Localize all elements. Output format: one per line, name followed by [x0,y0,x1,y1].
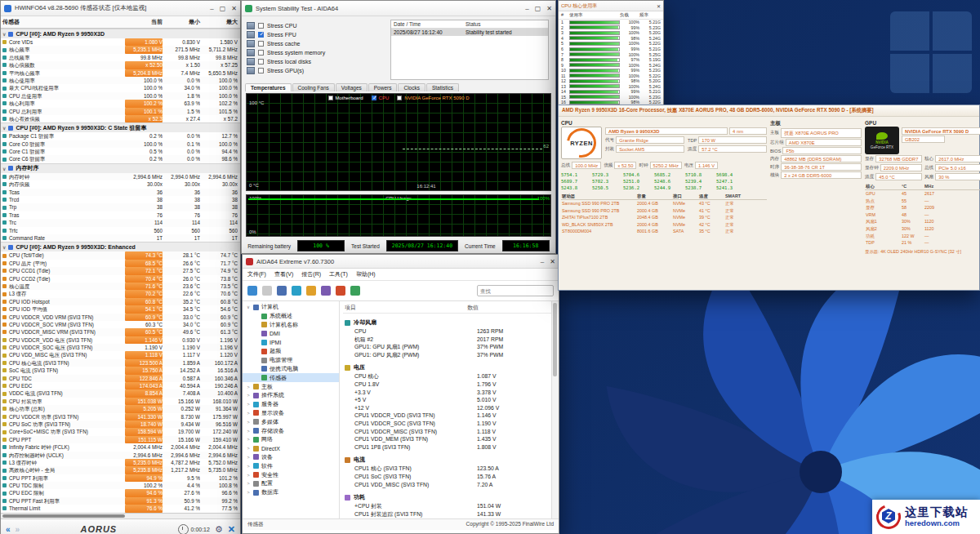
sensor-section-header[interactable]: ∨内存时序 [1,163,240,173]
sensor-section-header[interactable]: ∨CPU [#0]: AMD Ryzen 9 9950X3D: Enhanced [1,242,240,251]
sensor-row[interactable]: CPU CCD2 (Tdie)70.4 °C26.0 °C73.8 °C [1,275,240,283]
sensor-row[interactable]: L3 缓存时钟5,235.0 MHz4,787.2 MHz5,752.0 MHz [1,459,240,466]
legend-item[interactable]: CPU [372,96,390,100]
minimize-icon[interactable]: – [210,5,213,12]
sensor-section-header[interactable]: ∨CPU [#0]: AMD Ryzen 9 9950X3D [1,29,240,38]
checkbox-icon[interactable] [258,41,264,47]
sidebar-item-系统概述[interactable]: 系统概述 [243,312,339,321]
panel-row[interactable]: CPU1 VDD_MISC (SVI3 TFN)7.20 A [343,481,555,489]
back-arrows-icon[interactable]: « [6,525,11,534]
panel-row[interactable]: +12 V12.096 V [343,404,555,412]
sensor-row[interactable]: CPU PPT151.115 W15.166 W159.410 W [1,436,240,443]
panel-row[interactable]: CPU1 VDDCR_MISC (SVI3 TFN)1.118 V [343,428,555,436]
sensor-row[interactable]: 核心功率 (总和)5.205 W0.252 W91.364 W [1,405,240,412]
collapse-arrow-icon[interactable]: ∨ [2,166,6,171]
panel-row[interactable]: +5 V5.010 V [343,396,555,404]
tree-toggle-icon[interactable]: > [246,385,251,389]
panel-row[interactable]: GPU1: GPU 风扇2 (PWM)37% PWM [343,351,555,359]
menu-item[interactable]: 报告(R) [301,270,321,278]
sensor-row[interactable]: CPU IOD 平均值54.1 °C34.5 °C54.6 °C [1,305,240,313]
sensor-row[interactable]: Thermal Limit76.6 %41.2 %77.5 % [1,505,240,512]
panel-row[interactable]: CPU1263 RPM [343,327,555,336]
tree-toggle-icon[interactable]: > [246,393,251,398]
sensor-row[interactable]: CPU 封装功率151.038 W15.166 W168.010 W [1,398,240,405]
sidebar-item-显示设备[interactable]: >显示设备 [243,409,339,418]
sensor-row[interactable]: CPU VDDCR_SOC 电压 (SVI3 TFN)1.190 V1.190 … [1,344,240,351]
gear-icon[interactable]: ⚙ [215,524,223,534]
sensor-row[interactable]: 核心倍频数x 52.50x 1.50x 57.25 [1,61,240,69]
sensor-row[interactable]: Trc114114114 [1,219,240,226]
tree-toggle-icon[interactable]: > [246,437,251,442]
sensor-row[interactable]: 核心使用率100.0 %0.0 %100.0 % [1,77,240,84]
sensor-row[interactable]: Tras767676 [1,211,240,219]
forward-arrows-icon[interactable]: » [16,525,20,534]
chart-icon[interactable] [292,286,301,296]
sensor-row[interactable]: 核心温度71.6 °C23.6 °C73.5 °C [1,283,240,290]
update-icon[interactable] [350,286,360,296]
sensor-row[interactable]: Trfc560560560 [1,227,240,234]
refresh-icon[interactable] [247,286,257,296]
panel-row[interactable]: +CPU 封装151.04 W [343,502,555,510]
tab-powers[interactable]: Powers [368,83,398,91]
checkbox-icon[interactable] [258,68,264,73]
sidebar-item-计算机[interactable]: ∨计算机 [243,303,339,312]
sidebar-item-服务器[interactable]: >服务器 [243,400,339,409]
sensor-row[interactable]: CPU 晶片 (平均)68.5 °C26.6 °C71.7 °C [1,260,240,267]
sensor-row[interactable]: CPU VDDCR_VDD 电压 (SVI3 TFN)1.146 V0.930 … [1,336,240,344]
tree-toggle-icon[interactable]: ∨ [246,305,251,309]
legend-item[interactable]: Motherboard [328,96,363,100]
sensor-row[interactable]: Trcd383838 [1,196,240,203]
tree-toggle-icon[interactable]: > [246,481,251,486]
sensor-row[interactable]: CPU CCD1 (Tdie)72.1 °C27.5 °C74.9 °C [1,267,240,274]
collapse-arrow-icon[interactable]: ∨ [2,125,6,131]
sensor-row[interactable]: 核心有效倍频x 52.3x 27.4x 57.2 [1,115,240,122]
horizontal-scrollbar[interactable] [1,513,240,518]
sidebar-item-软件[interactable]: >软件 [243,461,339,470]
sensor-row[interactable]: 内存倍频30.00x30.00x30.00x [1,180,240,188]
sensor-row[interactable]: CPU 总利用率100.1 %1.5 %101.5 % [1,108,240,115]
sidebar-item-配置[interactable]: >配置 [243,479,339,488]
sensor-row[interactable]: 高效核心时钟 - 全局5,235.8 MHz1,217.2 MHz5,735.0… [1,466,240,474]
sensor-row[interactable]: Command Rate1T1T1T [1,234,240,242]
sensor-row[interactable]: CPU 总使用率100.0 %1.8 %100.0 % [1,92,240,100]
sensor-row[interactable]: 内存控制器时钟 (UCLK)2,994.6 MHz2,994.6 MHz2,99… [1,452,240,459]
tab-clocks[interactable]: Clocks [398,83,425,91]
sensor-row[interactable]: 核心利用率100.2 %63.9 %102.2 % [1,100,240,107]
menu-item[interactable]: 帮助(H) [356,270,376,278]
sensor-row[interactable]: 核心频率5,235.1 MHz271.5 MHz5,711.2 MHz [1,46,240,53]
close-sensors-icon[interactable]: ✕ [228,524,235,534]
sidebar-item-主板[interactable]: >主板 [243,382,339,391]
tab-cooling-fans[interactable]: Cooling Fans [292,83,335,91]
sidebar-item-操作系统[interactable]: >操作系统 [243,391,339,400]
checkbox-icon[interactable] [258,32,264,38]
close-icon[interactable]: ✕ [546,5,552,12]
panel-row[interactable]: CPU 1.8V1.796 V [343,380,555,389]
panel-row[interactable]: GPU1: GPU 风扇1 (PWM)37% PWM [343,343,555,351]
close-icon[interactable]: ✕ [657,3,661,9]
sensor-row[interactable]: CPU TDC122.846 A0.587 A160.346 A [1,375,240,382]
sidebar-item-DirectX[interactable]: >DirectX [243,444,339,453]
sensor-row[interactable]: CPU SoC 功率 (SVI3 TFN)18.740 W9.434 W96.5… [1,421,240,428]
panel-row[interactable]: CPU1 VDDCR_SOC (SVI3 TFN)1.190 V [343,420,555,428]
tree-toggle-icon[interactable]: > [246,473,251,478]
maximize-icon[interactable]: ▢ [535,5,541,12]
sensor-row[interactable]: CPU PPT Fast 利用率91.3 %50.9 %99.2 % [1,497,240,505]
stress-option[interactable]: Stress local disks [247,57,384,66]
checkbox-icon[interactable] [258,50,264,56]
panel-row[interactable]: CPU1 VDDCR_VDD (SVI3 TFN)1.146 V [343,412,555,420]
sidebar-item-安全性[interactable]: >安全性 [243,470,339,479]
benchmark-icon[interactable] [306,286,316,296]
close-icon[interactable]: ✕ [231,5,237,12]
sensor-row[interactable]: CPU VDD_MISC 电压 (SVI3 TFN)1.118 V1.117 V… [1,351,240,358]
search-input[interactable] [477,285,554,296]
stress-option[interactable]: Stress FPU [247,30,384,39]
sensor-row[interactable]: Tcas363636 [1,189,240,196]
stress-option[interactable]: Stress cache [247,39,384,48]
tree-toggle-icon[interactable]: > [246,420,251,425]
minimize-icon[interactable]: – [525,5,528,12]
sensor-row[interactable]: Trp383838 [1,203,240,211]
sensor-row[interactable]: 平均核心频率5,204.8 MHz7.4 MHz5,650.5 MHz [1,69,240,77]
sensor-row[interactable]: Core VIDs1.080 V0.830 V1.580 V [1,38,240,46]
panel-row[interactable]: CPU1 封装追踪 (SVI3 TFN)141.33 W [343,510,555,518]
sensor-row[interactable]: CPU (Tctl/Tdie)74.3 °C28.1 °C74.7 °C [1,251,240,259]
